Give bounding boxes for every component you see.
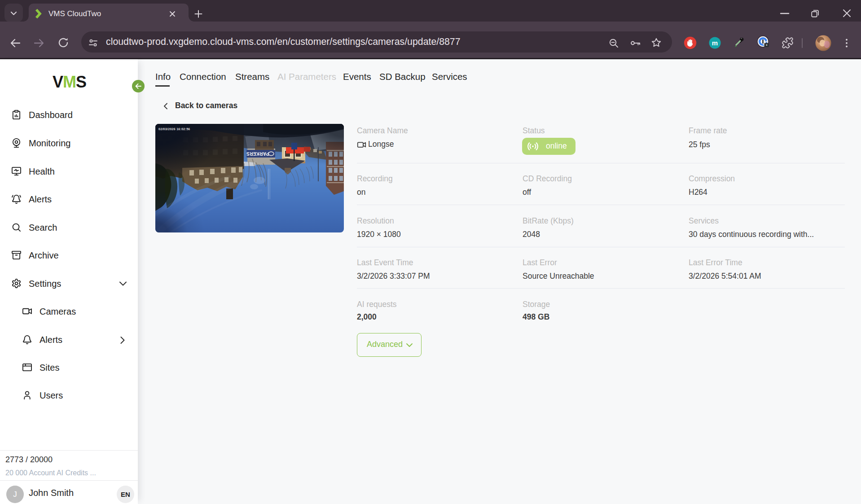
svg-text:m: m bbox=[712, 39, 718, 47]
svg-text:02/03/2026 16:02:56: 02/03/2026 16:02:56 bbox=[158, 127, 190, 131]
svg-text:PARKERS: PARKERS bbox=[246, 151, 269, 156]
